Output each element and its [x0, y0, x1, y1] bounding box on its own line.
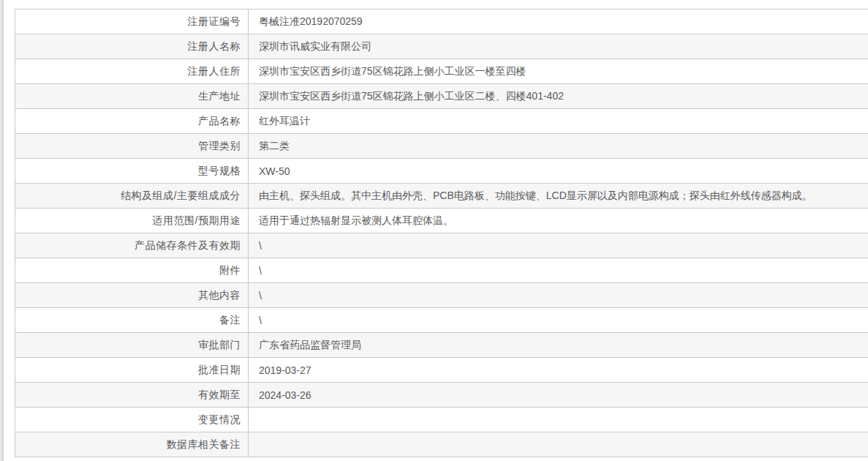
- row-value: 深圳市宝安区西乡街道75区锦花路上侧小工业区一楼至四楼: [249, 59, 868, 83]
- table-row: 变更情况: [15, 408, 868, 432]
- row-label: 变更情况: [15, 408, 249, 432]
- table-row: 审批部门 广东省药品监督管理局: [15, 333, 868, 358]
- row-label: 产品名称: [15, 109, 249, 133]
- row-label: 备注: [15, 308, 249, 332]
- table-row: 适用范围/预期用途 适用于通过热辐射显示被测人体耳腔体温。: [15, 209, 868, 233]
- row-value: \: [249, 258, 868, 282]
- table-row: 生产地址 深圳市宝安区西乡街道75区锦花路上侧小工业区二楼、四楼401-402: [15, 84, 868, 109]
- row-label: 型号规格: [15, 159, 249, 183]
- row-value: 粤械注准20192070259: [249, 10, 868, 34]
- row-value: 深圳市讯威实业有限公司: [249, 34, 868, 59]
- row-label: 附件: [15, 258, 249, 282]
- row-label: 数据库相关备注: [15, 432, 249, 457]
- row-label: 产品储存条件及有效期: [15, 233, 249, 258]
- row-label: 结构及组成/主要组成成分: [15, 184, 249, 208]
- row-value: 广东省药品监督管理局: [249, 333, 868, 357]
- table-row: 注册人住所 深圳市宝安区西乡街道75区锦花路上侧小工业区一楼至四楼: [15, 59, 868, 84]
- row-label: 有效期至: [15, 383, 249, 407]
- table-row: 结构及组成/主要组成成分 由主机、探头组成。其中主机由外壳、PCB电路板、功能按…: [15, 184, 868, 209]
- row-label: 注册证编号: [15, 10, 249, 34]
- table-row: 型号规格 XW-50: [15, 159, 868, 184]
- row-label: 管理类别: [15, 134, 249, 158]
- row-label: 注册人名称: [15, 34, 249, 59]
- row-value: 由主机、探头组成。其中主机由外壳、PCB电路板、功能按键、LCD显示屏以及内部电…: [249, 184, 868, 208]
- row-value: [249, 432, 868, 457]
- row-label: 注册人住所: [15, 59, 249, 83]
- table-row: 其他内容 \: [15, 283, 868, 308]
- table-row: 产品名称 红外耳温计: [15, 109, 868, 134]
- row-label: 其他内容: [15, 283, 249, 307]
- registration-record-table: 注册证编号 粤械注准20192070259 注册人名称 深圳市讯威实业有限公司 …: [15, 9, 868, 457]
- row-value: 2024-03-26: [249, 383, 868, 407]
- row-label: 生产地址: [15, 84, 249, 108]
- table-row: 管理类别 第二类: [15, 134, 868, 159]
- table-row: 备注 \: [15, 308, 868, 333]
- table-row: 批准日期 2019-03-27: [15, 358, 868, 383]
- table-row: 有效期至 2024-03-26: [15, 383, 868, 408]
- row-value: [249, 408, 868, 432]
- row-value: 2019-03-27: [249, 358, 868, 382]
- page-edge-strip: [0, 0, 4, 461]
- row-value: \: [249, 308, 868, 332]
- row-value: 第二类: [249, 134, 868, 158]
- row-value: 红外耳温计: [249, 109, 868, 133]
- row-value: \: [249, 283, 868, 307]
- table-row: 数据库相关备注: [15, 432, 868, 457]
- row-value: XW-50: [249, 159, 868, 183]
- row-label: 适用范围/预期用途: [15, 209, 249, 233]
- row-label: 审批部门: [15, 333, 249, 357]
- row-value: 适用于通过热辐射显示被测人体耳腔体温。: [249, 209, 868, 233]
- table-row: 注册人名称 深圳市讯威实业有限公司: [15, 34, 868, 59]
- table-row: 注册证编号 粤械注准20192070259: [15, 10, 868, 34]
- row-label: 批准日期: [15, 358, 249, 382]
- table-row: 产品储存条件及有效期 \: [15, 233, 868, 258]
- table-row: 附件 \: [15, 258, 868, 283]
- row-value: 深圳市宝安区西乡街道75区锦花路上侧小工业区二楼、四楼401-402: [249, 84, 868, 108]
- row-value: \: [249, 233, 868, 258]
